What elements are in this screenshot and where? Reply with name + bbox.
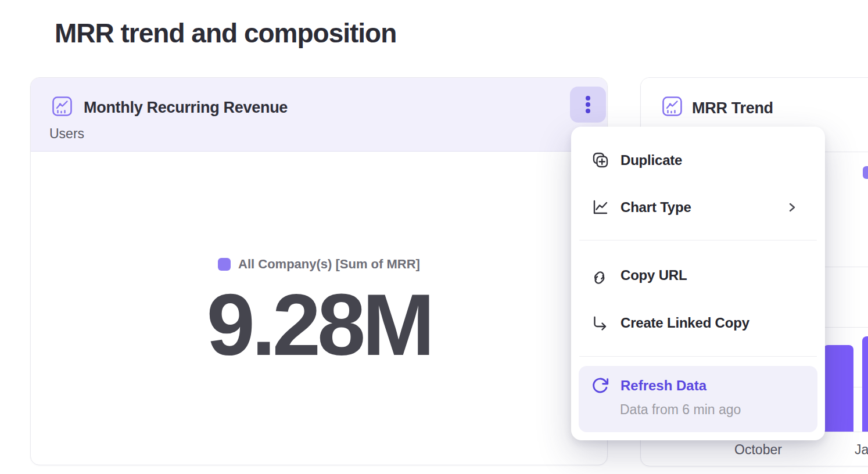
menu-item-label: Chart Type: [620, 199, 691, 216]
kebab-dot: [586, 96, 590, 100]
kebab-menu-button[interactable]: [570, 87, 606, 123]
refresh-icon: [591, 376, 609, 395]
menu-item-label: Refresh Data: [620, 378, 706, 394]
combo-chart-icon: [662, 96, 683, 117]
mrr-card-header: Monthly Recurring Revenue Users: [31, 78, 607, 152]
combo-chart-icon: [52, 96, 73, 117]
bar: [862, 336, 868, 432]
menu-item-refresh-data[interactable]: Refresh Data Data from 6 min ago: [579, 366, 817, 432]
legend-swatch-icon: [863, 166, 868, 179]
kebab-dot: [586, 109, 590, 113]
menu-divider: [579, 240, 817, 240]
menu-item-label: Create Linked Copy: [620, 315, 749, 331]
refresh-data-age: Data from 6 min ago: [620, 402, 741, 418]
chart-type-icon: [591, 198, 609, 217]
trend-card-title: MRR Trend: [692, 99, 773, 117]
menu-item-create-linked-copy[interactable]: Create Linked Copy: [579, 304, 817, 342]
duplicate-icon: [591, 151, 609, 170]
mrr-kpi-value: 9.28M: [31, 275, 607, 375]
menu-item-label: Duplicate: [620, 152, 682, 168]
menu-divider: [579, 356, 817, 357]
menu-item-label: Copy URL: [620, 267, 687, 283]
mrr-card: Monthly Recurring Revenue Users All Comp…: [30, 77, 608, 465]
page-title: MRR trend and composition: [55, 17, 396, 49]
mrr-legend: All Company(s) [Sum of MRR]: [31, 257, 607, 272]
link-icon: [591, 266, 609, 285]
mrr-kpi-body: All Company(s) [Sum of MRR] 9.28M: [31, 152, 607, 465]
chevron-right-icon: [786, 202, 798, 215]
bar: [823, 345, 853, 432]
menu-item-copy-url[interactable]: Copy URL: [579, 257, 817, 294]
legend-swatch-icon: [218, 258, 231, 271]
mrr-card-title: Monthly Recurring Revenue: [84, 99, 288, 117]
kebab-dot: [586, 102, 590, 107]
mrr-legend-label: All Company(s) [Sum of MRR]: [238, 257, 420, 272]
card-context-menu: Duplicate Chart Type Copy URL: [571, 127, 825, 440]
refresh-row: Refresh Data: [591, 376, 706, 395]
menu-item-duplicate[interactable]: Duplicate: [579, 142, 817, 179]
x-axis-label: October: [729, 442, 787, 458]
linked-copy-icon: [591, 314, 609, 332]
mrr-card-subtitle: Users: [49, 126, 84, 142]
menu-item-chart-type[interactable]: Chart Type: [579, 189, 817, 226]
x-axis-label: Ja: [855, 442, 868, 458]
